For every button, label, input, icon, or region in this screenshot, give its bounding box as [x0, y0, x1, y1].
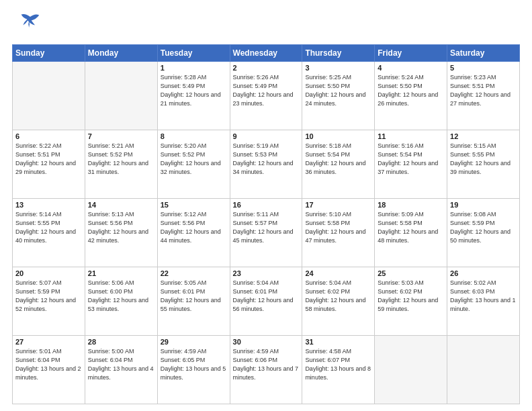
cell-details: Sunrise: 5:25 AMSunset: 5:50 PMDaylight:… — [305, 73, 371, 108]
day-number: 24 — [305, 269, 371, 277]
week-row-1: 6 Sunrise: 5:22 AMSunset: 5:51 PMDayligh… — [13, 130, 520, 199]
calendar-cell: 12 Sunrise: 5:15 AMSunset: 5:55 PMDaylig… — [447, 130, 520, 199]
cell-details: Sunrise: 5:16 AMSunset: 5:54 PMDaylight:… — [378, 142, 444, 177]
cell-details: Sunrise: 5:13 AMSunset: 5:56 PMDaylight:… — [88, 210, 154, 245]
day-number: 11 — [378, 132, 444, 140]
calendar-cell: 10 Sunrise: 5:18 AMSunset: 5:54 PMDaylig… — [302, 130, 375, 199]
day-number: 16 — [233, 201, 300, 209]
day-number: 6 — [15, 132, 82, 140]
cell-details: Sunrise: 5:21 AMSunset: 5:52 PMDaylight:… — [88, 142, 154, 177]
cell-details: Sunrise: 5:22 AMSunset: 5:51 PMDaylight:… — [15, 142, 82, 177]
day-number: 21 — [88, 269, 154, 277]
cell-details: Sunrise: 5:23 AMSunset: 5:51 PMDaylight:… — [450, 73, 517, 108]
cell-details: Sunrise: 5:06 AMSunset: 6:00 PMDaylight:… — [88, 279, 154, 314]
calendar-cell: 24 Sunrise: 5:04 AMSunset: 6:02 PMDaylig… — [302, 267, 375, 336]
day-number: 23 — [233, 269, 300, 277]
calendar-cell: 18 Sunrise: 5:09 AMSunset: 5:58 PMDaylig… — [375, 199, 447, 267]
cell-details: Sunrise: 5:10 AMSunset: 5:58 PMDaylight:… — [305, 210, 371, 245]
cell-details: Sunrise: 5:18 AMSunset: 5:54 PMDaylight:… — [305, 142, 371, 177]
calendar-cell: 16 Sunrise: 5:11 AMSunset: 5:57 PMDaylig… — [230, 199, 302, 267]
week-row-2: 13 Sunrise: 5:14 AMSunset: 5:55 PMDaylig… — [13, 199, 520, 267]
day-number: 18 — [378, 201, 444, 209]
calendar-cell: 3 Sunrise: 5:25 AMSunset: 5:50 PMDayligh… — [302, 62, 375, 130]
calendar-cell: 23 Sunrise: 5:04 AMSunset: 6:01 PMDaylig… — [230, 267, 302, 336]
calendar-cell: 9 Sunrise: 5:19 AMSunset: 5:53 PMDayligh… — [230, 130, 302, 199]
calendar-cell: 14 Sunrise: 5:13 AMSunset: 5:56 PMDaylig… — [85, 199, 157, 267]
day-number: 3 — [305, 64, 371, 72]
logo — [12, 12, 44, 39]
calendar-cell: 28 Sunrise: 5:00 AMSunset: 6:04 PMDaylig… — [85, 336, 157, 404]
day-number: 10 — [305, 132, 371, 140]
header-wednesday: Wednesday — [230, 45, 302, 62]
cell-details: Sunrise: 5:24 AMSunset: 5:50 PMDaylight:… — [378, 73, 444, 108]
day-number: 14 — [88, 201, 154, 209]
cell-details: Sunrise: 5:04 AMSunset: 6:01 PMDaylight:… — [233, 279, 300, 314]
header-sunday: Sunday — [13, 45, 85, 62]
cell-details: Sunrise: 5:26 AMSunset: 5:49 PMDaylight:… — [233, 73, 300, 108]
day-number: 20 — [15, 269, 82, 277]
day-number: 27 — [15, 338, 82, 346]
week-row-4: 27 Sunrise: 5:01 AMSunset: 6:04 PMDaylig… — [13, 336, 520, 404]
day-number: 5 — [450, 64, 517, 72]
calendar-cell — [85, 62, 157, 130]
day-number: 7 — [88, 132, 154, 140]
cell-details: Sunrise: 5:05 AMSunset: 6:01 PMDaylight:… — [161, 279, 227, 314]
cell-details: Sunrise: 5:00 AMSunset: 6:04 PMDaylight:… — [88, 347, 154, 382]
cell-details: Sunrise: 5:12 AMSunset: 5:56 PMDaylight:… — [161, 210, 227, 245]
day-number: 9 — [233, 132, 300, 140]
calendar-cell: 4 Sunrise: 5:24 AMSunset: 5:50 PMDayligh… — [375, 62, 447, 130]
cell-details: Sunrise: 4:59 AMSunset: 6:06 PMDaylight:… — [233, 347, 300, 382]
day-number: 1 — [161, 64, 227, 72]
calendar-cell: 25 Sunrise: 5:03 AMSunset: 6:02 PMDaylig… — [375, 267, 447, 336]
calendar-cell — [13, 62, 85, 130]
calendar-cell: 6 Sunrise: 5:22 AMSunset: 5:51 PMDayligh… — [13, 130, 85, 199]
day-number: 12 — [450, 132, 517, 140]
calendar-cell: 29 Sunrise: 4:59 AMSunset: 6:05 PMDaylig… — [157, 336, 230, 404]
calendar-cell — [447, 336, 520, 404]
calendar-cell: 20 Sunrise: 5:07 AMSunset: 5:59 PMDaylig… — [13, 267, 85, 336]
calendar-cell: 7 Sunrise: 5:21 AMSunset: 5:52 PMDayligh… — [85, 130, 157, 199]
calendar-table: SundayMondayTuesdayWednesdayThursdayFrid… — [12, 44, 520, 404]
week-row-3: 20 Sunrise: 5:07 AMSunset: 5:59 PMDaylig… — [13, 267, 520, 336]
day-number: 22 — [161, 269, 227, 277]
header-tuesday: Tuesday — [157, 45, 230, 62]
calendar-cell — [375, 336, 447, 404]
day-number: 26 — [450, 269, 517, 277]
calendar-cell: 11 Sunrise: 5:16 AMSunset: 5:54 PMDaylig… — [375, 130, 447, 199]
header-thursday: Thursday — [302, 45, 375, 62]
calendar-cell: 17 Sunrise: 5:10 AMSunset: 5:58 PMDaylig… — [302, 199, 375, 267]
cell-details: Sunrise: 4:58 AMSunset: 6:07 PMDaylight:… — [305, 347, 371, 382]
calendar-cell: 30 Sunrise: 4:59 AMSunset: 6:06 PMDaylig… — [230, 336, 302, 404]
cell-details: Sunrise: 5:02 AMSunset: 6:03 PMDaylight:… — [450, 279, 517, 314]
header-friday: Friday — [375, 45, 447, 62]
calendar-cell: 15 Sunrise: 5:12 AMSunset: 5:56 PMDaylig… — [157, 199, 230, 267]
day-number: 29 — [161, 338, 227, 346]
calendar-cell: 13 Sunrise: 5:14 AMSunset: 5:55 PMDaylig… — [13, 199, 85, 267]
header-monday: Monday — [85, 45, 157, 62]
calendar-cell: 5 Sunrise: 5:23 AMSunset: 5:51 PMDayligh… — [447, 62, 520, 130]
calendar-cell: 8 Sunrise: 5:20 AMSunset: 5:52 PMDayligh… — [157, 130, 230, 199]
day-number: 17 — [305, 201, 371, 209]
calendar-cell: 27 Sunrise: 5:01 AMSunset: 6:04 PMDaylig… — [13, 336, 85, 404]
cell-details: Sunrise: 5:08 AMSunset: 5:59 PMDaylight:… — [450, 210, 517, 245]
day-number: 19 — [450, 201, 517, 209]
calendar-cell: 26 Sunrise: 5:02 AMSunset: 6:03 PMDaylig… — [447, 267, 520, 336]
cell-details: Sunrise: 5:20 AMSunset: 5:52 PMDaylight:… — [161, 142, 227, 177]
day-number: 30 — [233, 338, 300, 346]
calendar-cell: 21 Sunrise: 5:06 AMSunset: 6:00 PMDaylig… — [85, 267, 157, 336]
day-number: 15 — [161, 201, 227, 209]
cell-details: Sunrise: 5:04 AMSunset: 6:02 PMDaylight:… — [305, 279, 371, 314]
cell-details: Sunrise: 5:09 AMSunset: 5:58 PMDaylight:… — [378, 210, 444, 245]
cell-details: Sunrise: 5:14 AMSunset: 5:55 PMDaylight:… — [15, 210, 82, 245]
day-number: 4 — [378, 64, 444, 72]
day-number: 8 — [161, 132, 227, 140]
calendar-cell: 2 Sunrise: 5:26 AMSunset: 5:49 PMDayligh… — [230, 62, 302, 130]
day-number: 13 — [15, 201, 82, 209]
logo-icon — [12, 12, 42, 39]
day-number: 2 — [233, 64, 300, 72]
calendar-cell: 1 Sunrise: 5:28 AMSunset: 5:49 PMDayligh… — [157, 62, 230, 130]
week-row-0: 1 Sunrise: 5:28 AMSunset: 5:49 PMDayligh… — [13, 62, 520, 130]
day-number: 25 — [378, 269, 444, 277]
calendar-header-row: SundayMondayTuesdayWednesdayThursdayFrid… — [13, 45, 520, 62]
cell-details: Sunrise: 5:15 AMSunset: 5:55 PMDaylight:… — [450, 142, 517, 177]
